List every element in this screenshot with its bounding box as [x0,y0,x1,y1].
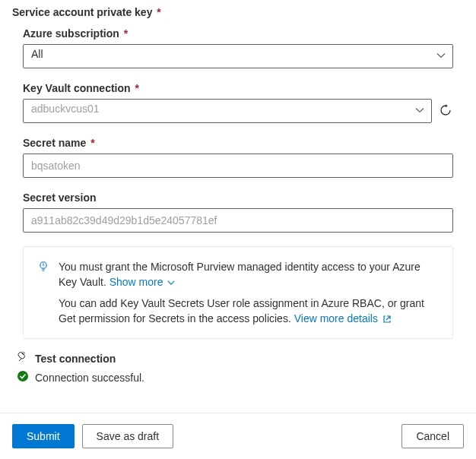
subscription-value: All [31,48,43,60]
required-mark: * [90,137,94,149]
lightbulb-icon [37,261,49,275]
save-draft-button[interactable]: Save as draft [82,424,174,448]
refresh-icon [440,104,452,119]
subscription-label: Azure subscription * [23,27,453,40]
secretversion-label: Secret version [23,192,453,204]
footer: Submit Save as draft Cancel [0,413,476,459]
external-link-icon [382,315,392,324]
footer-right: Cancel [401,424,464,448]
keyvault-label: Key Vault connection * [23,82,453,94]
secretname-label: Secret name * [23,137,453,149]
test-status-text: Connection successful. [35,372,144,384]
required-mark: * [135,82,138,94]
keyvault-row: adbuckvcus01 [23,99,453,123]
subscription-label-text: Azure subscription [23,27,119,40]
secretname-input[interactable] [23,154,453,178]
test-connection-text: Test connection [35,353,116,365]
svg-point-1 [17,371,28,381]
plug-icon [17,351,29,366]
show-more-text: Show more [109,276,163,288]
chevron-down-icon [167,279,175,286]
submit-button[interactable]: Submit [12,424,75,448]
keyvault-select[interactable]: adbuckvcus01 [23,99,432,123]
cancel-button[interactable]: Cancel [401,424,464,448]
form-area: Azure subscription * All Key Vault conne… [0,21,476,432]
test-status-row: Connection successful. [17,370,453,385]
subscription-select[interactable]: All [23,44,453,68]
footer-left: Submit Save as draft [12,424,173,448]
test-connection-link[interactable]: Test connection [35,353,116,365]
field-secretversion: Secret version [23,192,453,233]
required-mark: * [157,6,160,18]
required-mark: * [124,27,128,40]
keyvault-label-text: Key Vault connection [23,82,131,94]
field-subscription: Azure subscription * All [23,27,453,68]
refresh-button[interactable] [438,103,453,119]
success-icon [17,370,29,385]
keyvault-placeholder: adbuckvcus01 [31,103,100,115]
section-title: Service account private key * [0,0,476,21]
view-more-link[interactable]: View more details [294,312,392,324]
info-para-1: You must grant the Microsoft Purview man… [59,259,439,290]
test-connection-row: Test connection [17,351,453,366]
info-box: You must grant the Microsoft Purview man… [23,246,453,339]
keyvault-select-wrapper: adbuckvcus01 [23,99,432,123]
field-keyvault: Key Vault connection * adbuckvcus01 [23,82,453,123]
field-secretname: Secret name * [23,137,453,178]
info-para-2: You can add Key Vault Secrets User role … [59,296,439,326]
view-more-text: View more details [294,312,378,324]
secretname-label-text: Secret name [23,137,86,149]
info-content: You must grant the Microsoft Purview man… [59,259,439,326]
subscription-select-wrapper: All [23,44,453,68]
test-section: Test connection Connection successful. [23,351,453,385]
show-more-link[interactable]: Show more [109,276,176,288]
secretversion-input[interactable] [23,208,453,233]
section-title-text: Service account private key [12,6,152,18]
secretversion-label-text: Secret version [23,192,97,204]
